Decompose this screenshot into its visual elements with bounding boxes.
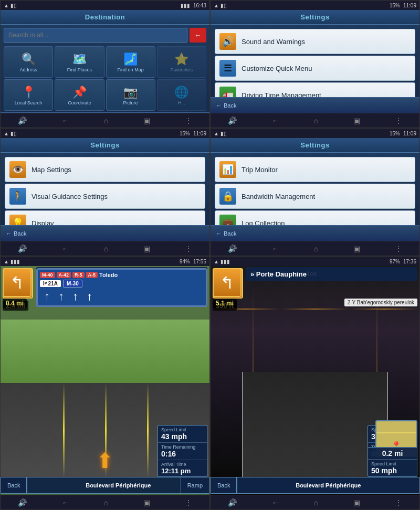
favourites-icon: ⭐ xyxy=(174,52,188,66)
search-clear-button[interactable]: ← xyxy=(190,28,206,42)
back-hw-icon-p2[interactable]: ← xyxy=(271,116,279,125)
back-arrow-p2: ← xyxy=(216,102,222,109)
distance-p7: 0.4 mi xyxy=(3,299,27,308)
menu-icon-p8[interactable]: ▣ xyxy=(353,498,360,507)
status-bar-p4: ▲ ▮▯ 15% 11:09 xyxy=(211,129,419,138)
home-icon-p8[interactable]: ⌂ xyxy=(314,498,318,507)
back-button-p7[interactable]: Back xyxy=(1,477,27,494)
menu-icon-p7[interactable]: ▣ xyxy=(143,498,150,507)
coordinate-label: Coordinate xyxy=(68,100,91,105)
exit2-label-p7: M-30 xyxy=(63,280,82,288)
map-settings-item[interactable]: 👁️ Map Settings xyxy=(5,157,205,182)
signal-icon-p4: ▲ ▮▯ xyxy=(214,131,227,136)
mini-dist-p8: 0.2 mi xyxy=(371,449,414,458)
menu-icon-p3[interactable]: ▣ xyxy=(143,245,150,253)
menu-icon-p1[interactable]: ▣ xyxy=(143,116,150,125)
log-collection-item[interactable]: 💼 Log Collection xyxy=(215,210,415,225)
back-button-p3[interactable]: ← Back xyxy=(6,230,26,237)
history-button[interactable]: 🌐 H... xyxy=(157,79,206,111)
back-button-p4[interactable]: ← Back xyxy=(216,230,236,237)
route-a5: A-5 xyxy=(86,272,98,278)
nav-bar-p1: 🔊 ← ⌂ ▣ ⋮ xyxy=(1,113,209,128)
nav-bar-p4: 🔊 ← ⌂ ▣ ⋮ xyxy=(211,241,419,256)
bandwidth-item[interactable]: 🔒 Bandwidth Management xyxy=(215,184,415,209)
visual-guidance-item[interactable]: 🚶 Visual Guidance Settings xyxy=(5,184,205,209)
volume-icon-p2[interactable]: 🔊 xyxy=(228,116,237,125)
dots-icon-p2[interactable]: ⋮ xyxy=(395,116,402,125)
volume-icon-p1[interactable]: 🔊 xyxy=(18,116,27,125)
picture-button[interactable]: 📷 Picture xyxy=(106,79,155,111)
speed-limit-label-p8: Speed Limit xyxy=(371,461,414,466)
address-label: Address xyxy=(20,67,37,72)
back-hw-icon-p7[interactable]: ← xyxy=(61,498,69,507)
display-item[interactable]: 💡 Display xyxy=(5,210,205,225)
map-settings-label: Map Settings xyxy=(32,166,71,174)
bandwidth-icon: 🔒 xyxy=(219,188,236,205)
bottom-nav-p7: Back Ramp xyxy=(1,477,209,494)
volume-icon-p7[interactable]: 🔊 xyxy=(18,498,27,507)
time-p3: 11:09 xyxy=(193,131,206,136)
hw-arrow-3: ↑ xyxy=(72,290,78,303)
find-places-icon: 🗺️ xyxy=(72,52,87,66)
back-label-p3: Back xyxy=(14,230,26,237)
back-hw-icon-p1[interactable]: ← xyxy=(61,116,69,125)
sound-icon: 🔊 xyxy=(219,33,236,50)
battery-p7: 94% xyxy=(180,259,190,264)
home-icon-p4[interactable]: ⌂ xyxy=(314,245,318,253)
dots-icon-p8[interactable]: ⋮ xyxy=(395,498,402,507)
sound-warnings-item[interactable]: 🔊 Sound and Warnings xyxy=(215,29,415,54)
bottom-nav-p8: Back Boulevard Périphérique xyxy=(211,477,419,494)
favourites-button[interactable]: ⭐ Favourites xyxy=(157,46,206,78)
volume-icon-p4[interactable]: 🔊 xyxy=(228,245,237,253)
trip-monitor-icon: 📊 xyxy=(219,161,236,178)
find-map-button[interactable]: 🗾 Find on Map xyxy=(106,46,155,78)
dots-icon-p7[interactable]: ⋮ xyxy=(185,498,192,507)
display-icon: 💡 xyxy=(9,215,26,225)
signal-icon-p3: ▲ ▮▯ xyxy=(4,131,17,136)
signal-icon-p7: ▲ ▮▮▮ xyxy=(4,259,20,264)
volume-icon-p8[interactable]: 🔊 xyxy=(228,498,237,507)
settings-list-3: 📊 Trip Monitor 🔒 Bandwidth Management 💼 … xyxy=(213,155,417,225)
turn-indicator-p8: ↰ xyxy=(213,268,242,297)
back-button-p2[interactable]: ← Back xyxy=(216,102,236,109)
coordinate-button[interactable]: 📌 Coordinate xyxy=(55,79,104,111)
back-hw-icon-p4[interactable]: ← xyxy=(271,245,279,253)
home-icon-p2[interactable]: ⌂ xyxy=(314,116,318,125)
status-bar-p3: ▲ ▮▯ 15% 11:09 xyxy=(1,129,209,138)
time-p4: 11:09 xyxy=(403,131,416,136)
menu-icon-p4[interactable]: ▣ xyxy=(353,245,360,253)
volume-icon-p3[interactable]: 🔊 xyxy=(18,245,27,253)
speed-box-p8: 0.2 mi Speed Limit 50 mph xyxy=(368,447,417,477)
home-icon-p1[interactable]: ⌂ xyxy=(104,116,108,125)
trip-monitor-label: Trip Monitor xyxy=(242,166,278,174)
address-icon: 🔍 xyxy=(22,52,36,66)
dots-icon-p1[interactable]: ⋮ xyxy=(185,116,192,125)
back-hw-icon-p8[interactable]: ← xyxy=(271,498,279,507)
settings-panel-3: ▲ ▮▯ 15% 11:09 Settings 📊 Trip Monitor 🔒… xyxy=(210,128,420,256)
search-input[interactable] xyxy=(4,28,187,42)
back-hw-icon-p3[interactable]: ← xyxy=(61,245,69,253)
quick-menu-item[interactable]: ☰ Customize Quick Menu xyxy=(215,56,415,81)
mini-map-road xyxy=(376,432,416,433)
picture-icon: 📷 xyxy=(123,86,138,99)
find-places-button[interactable]: 🗺️ Find Places xyxy=(55,46,104,78)
visual-guidance-icon: 🚶 xyxy=(9,188,26,205)
speed-limit-value-p7: 43 mph xyxy=(161,432,204,441)
home-icon-p3[interactable]: ⌂ xyxy=(104,245,108,253)
menu-icon-p2[interactable]: ▣ xyxy=(353,116,360,125)
dots-icon-p4[interactable]: ⋮ xyxy=(395,245,402,253)
home-icon-p7[interactable]: ⌂ xyxy=(104,498,108,507)
history-icon: 🌐 xyxy=(174,86,188,99)
signal-icon-p1: ▲ ▮▯ xyxy=(4,3,17,8)
ramp-button-p7[interactable]: Ramp xyxy=(181,477,209,494)
local-search-label: Local Search xyxy=(15,100,43,105)
address-button[interactable]: 🔍 Address xyxy=(4,46,53,78)
dots-icon-p3[interactable]: ⋮ xyxy=(185,245,192,253)
local-search-button[interactable]: 📍 Local Search xyxy=(4,79,53,111)
driving-time-item[interactable]: 🚛 Driving Time Management xyxy=(215,82,415,97)
street-name-p8: » Porte Dauphine xyxy=(246,267,417,281)
back-arrow-p4: ← xyxy=(216,230,222,237)
trip-monitor-item[interactable]: 📊 Trip Monitor xyxy=(215,157,415,182)
back-button-p8[interactable]: Back xyxy=(211,477,237,494)
battery-p3: 15% xyxy=(180,131,190,136)
